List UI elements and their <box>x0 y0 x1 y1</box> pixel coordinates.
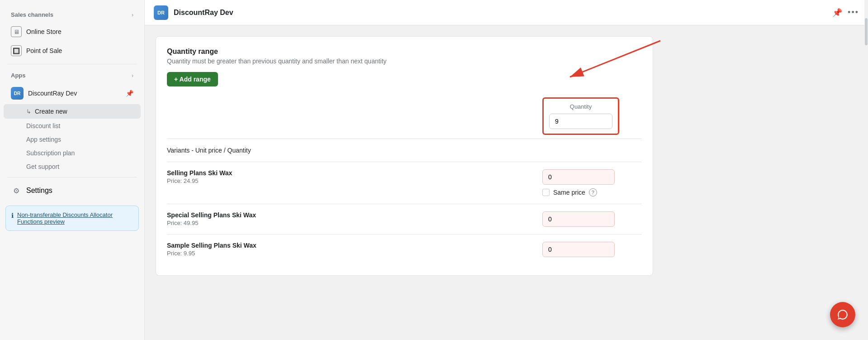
special-selling-plans-row: Special Selling Plans Ski Wax Price: 49.… <box>167 204 642 235</box>
discountray-label: DiscountRay Dev <box>28 90 77 97</box>
pos-label: Point of Sale <box>26 47 62 54</box>
arrow-sub-icon: ↳ <box>26 108 31 115</box>
sidebar-subscription-plan[interactable]: Subscription plan <box>4 147 141 159</box>
selling-plans-price: Price: 24.95 <box>167 177 535 184</box>
info-box: ℹ Non-transferable Discounts Allocator F… <box>5 206 139 231</box>
scrollbar-thumb[interactable] <box>865 18 868 45</box>
quantity-col-container: Quantity <box>542 97 642 135</box>
sidebar-sales-channels[interactable]: Sales channels › <box>4 8 141 22</box>
sales-channels-label: Sales channels <box>11 11 132 18</box>
quantity-col-label: Quantity <box>549 103 612 110</box>
online-store-icon: 🖥 <box>11 26 22 37</box>
sample-selling-plans-row: Sample Selling Plans Ski Wax Price: 9.95 <box>167 235 642 264</box>
sidebar-discount-list[interactable]: Discount list <box>4 120 141 132</box>
topbar-logo: DR <box>154 5 168 20</box>
topbar: DR DiscountRay Dev 📌 ••• <box>145 0 868 25</box>
help-icon[interactable]: ? <box>589 188 597 196</box>
sample-selling-plans-price: Price: 9.95 <box>167 250 535 257</box>
selling-plans-qty-input[interactable] <box>542 169 615 185</box>
topbar-pin-icon[interactable]: 📌 <box>832 8 842 18</box>
sidebar-item-online-store[interactable]: 🖥 Online Store <box>4 23 141 41</box>
info-icon: ℹ <box>11 212 14 219</box>
subscription-plan-label: Subscription plan <box>26 149 75 157</box>
divider-2 <box>7 177 137 177</box>
sidebar-app-discountray[interactable]: DR DiscountRay Dev 📌 <box>4 83 141 103</box>
quantity-box: Quantity <box>542 97 619 135</box>
section-title: Quantity range <box>167 48 642 56</box>
sidebar-item-point-of-sale[interactable]: 🔲 Point of Sale <box>4 42 141 60</box>
sidebar: Sales channels › 🖥 Online Store 🔲 Point … <box>0 0 145 340</box>
add-range-label: + Add range <box>174 76 211 83</box>
quantity-header-input[interactable] <box>549 114 612 129</box>
pin-icon: 📌 <box>126 90 133 97</box>
sidebar-create-new[interactable]: ↳ Create new <box>4 104 141 119</box>
discount-list-label: Discount list <box>26 122 60 129</box>
create-new-label: Create new <box>35 108 67 115</box>
topbar-more-icon[interactable]: ••• <box>848 8 859 17</box>
selling-plans-row: Selling Plans Ski Wax Price: 24.95 Same … <box>167 162 642 204</box>
online-store-label: Online Store <box>26 28 62 35</box>
special-selling-plans-title: Special Selling Plans Ski Wax <box>167 211 535 219</box>
sample-selling-plans-label-col: Sample Selling Plans Ski Wax Price: 9.95 <box>167 242 535 257</box>
discountray-logo: DR <box>11 87 24 100</box>
variants-row: Variants - Unit price / Quantity <box>167 139 642 162</box>
topbar-actions: 📌 ••• <box>832 8 859 18</box>
topbar-title: DiscountRay Dev <box>174 9 233 17</box>
sidebar-settings[interactable]: ⚙ Settings <box>4 182 141 200</box>
info-link[interactable]: Non-transferable Discounts Allocator Fun… <box>17 211 113 225</box>
section-desc: Quantity must be greater than previous q… <box>167 57 642 65</box>
selling-plans-qty-col: Same price ? <box>542 169 642 196</box>
sample-selling-plans-title: Sample Selling Plans Ski Wax <box>167 242 535 249</box>
content-area: Quantity range Quantity must be greater … <box>145 25 868 340</box>
settings-gear-icon: ⚙ <box>11 185 22 196</box>
app-settings-label: App settings <box>26 136 61 143</box>
special-selling-plans-qty-input[interactable] <box>542 211 615 227</box>
sample-selling-plans-qty-input[interactable] <box>542 242 615 257</box>
same-price-label: Same price <box>553 189 585 196</box>
divider-1 <box>7 64 137 64</box>
selling-plans-title: Selling Plans Ski Wax <box>167 169 535 177</box>
quantity-range-card: Quantity range Quantity must be greater … <box>156 36 653 276</box>
variants-label: Variants - Unit price / Quantity <box>167 146 535 154</box>
chevron-right-icon: › <box>132 12 133 18</box>
variants-col-header <box>167 97 535 135</box>
sample-selling-plans-qty-col <box>542 242 642 257</box>
sidebar-app-settings[interactable]: App settings <box>4 133 141 146</box>
sidebar-apps-section[interactable]: Apps › <box>4 68 141 82</box>
apps-chevron-icon: › <box>132 72 133 79</box>
chat-button[interactable] <box>830 302 855 327</box>
chat-icon <box>837 309 849 321</box>
same-price-row: Same price ? <box>542 188 642 196</box>
special-selling-plans-qty-col <box>542 211 642 227</box>
sidebar-get-support[interactable]: Get support <box>4 160 141 173</box>
info-text: Non-transferable Discounts Allocator Fun… <box>17 211 133 225</box>
get-support-label: Get support <box>26 163 59 170</box>
special-selling-plans-label-col: Special Selling Plans Ski Wax Price: 49.… <box>167 211 535 226</box>
selling-plans-label-col: Selling Plans Ski Wax Price: 24.95 <box>167 169 535 184</box>
main-area: DR DiscountRay Dev 📌 ••• Quantity range … <box>145 0 868 340</box>
special-selling-plans-price: Price: 49.95 <box>167 220 535 226</box>
table-header: Quantity <box>167 97 642 139</box>
add-range-button[interactable]: + Add range <box>167 72 218 86</box>
apps-label: Apps <box>11 72 132 79</box>
scrollbar-track <box>864 0 868 340</box>
same-price-checkbox[interactable] <box>542 189 550 196</box>
pos-icon: 🔲 <box>11 45 22 56</box>
settings-label: Settings <box>26 187 52 195</box>
